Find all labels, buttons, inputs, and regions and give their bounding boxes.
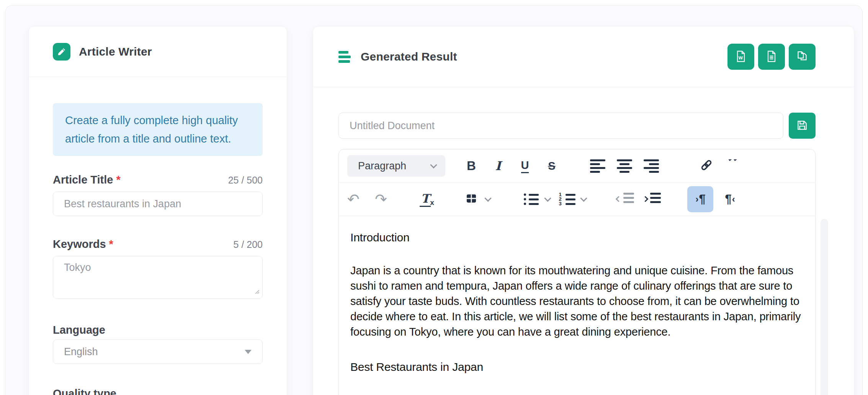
redo-icon: ↷ <box>375 192 387 207</box>
bold-button[interactable]: B <box>461 155 482 177</box>
numbered-list-button[interactable]: 1 2 3 <box>556 188 578 210</box>
blockquote-button[interactable]: ” <box>723 155 745 177</box>
table-icon <box>465 192 478 207</box>
undo-button[interactable]: ↶ <box>343 188 364 210</box>
clear-formatting-icon: Tx <box>420 192 434 207</box>
article-writer-panel: Article Writer Create a fully complete h… <box>28 26 287 395</box>
redo-button[interactable]: ↷ <box>370 188 392 210</box>
clear-formatting-button[interactable]: Tx <box>416 188 438 210</box>
copy-icon <box>795 49 809 64</box>
page-title: Article Writer <box>79 45 152 58</box>
align-right-button[interactable] <box>641 155 662 177</box>
required-asterisk: * <box>109 238 113 250</box>
align-left-button[interactable] <box>587 155 608 177</box>
chevron-down-icon <box>484 195 491 202</box>
align-right-icon <box>644 159 659 173</box>
content-paragraph: Japan is a country that is known for its… <box>350 263 804 339</box>
result-title: Generated Result <box>361 50 457 63</box>
link-icon <box>700 158 713 174</box>
keywords-textarea[interactable] <box>53 256 263 299</box>
bullet-list-button[interactable] <box>520 188 542 210</box>
generated-result-panel: Generated Result w <box>313 26 854 395</box>
toolbar-row-1: Paragraph B I U S ” <box>339 149 815 183</box>
generated-result-header: Generated Result w <box>313 26 854 87</box>
chevron-down-icon <box>544 195 551 202</box>
language-select[interactable]: English <box>53 339 263 364</box>
dropdown-arrow-icon <box>245 350 252 354</box>
insert-table-button[interactable] <box>461 188 482 210</box>
text-direction-ltr-button[interactable]: ›¶ <box>687 186 713 212</box>
article-title-label: Article Title* <box>53 174 121 186</box>
resize-handle-icon[interactable] <box>253 288 260 296</box>
save-icon <box>796 119 809 133</box>
save-document-button[interactable] <box>789 113 816 139</box>
word-file-icon: w <box>734 49 748 64</box>
italic-button[interactable]: I <box>487 155 509 177</box>
numbered-list-icon: 1 2 3 <box>559 193 575 205</box>
quality-type-label: Quality type <box>53 387 263 395</box>
text-direction-rtl-button[interactable]: ¶‹ <box>719 188 741 210</box>
quote-icon: ” <box>727 159 741 172</box>
align-center-button[interactable] <box>614 155 635 177</box>
result-lines-icon <box>338 51 351 63</box>
align-center-icon <box>617 159 632 173</box>
indent-button[interactable] <box>641 188 663 210</box>
description-banner: Create a fully complete high quality art… <box>53 103 263 156</box>
rich-text-editor: Paragraph B I U S ” ↶ ↷ Tx <box>338 149 816 395</box>
keywords-label: Keywords* <box>53 238 113 251</box>
document-title-input[interactable] <box>338 113 783 139</box>
outdent-icon <box>616 193 634 206</box>
keywords-counter: 5 / 200 <box>234 239 263 250</box>
bullet-list-icon <box>524 193 539 205</box>
content-scrollbar[interactable] <box>821 219 828 395</box>
language-selected-value: English <box>64 346 245 358</box>
pencil-icon <box>53 43 70 61</box>
export-text-button[interactable] <box>758 44 785 70</box>
paragraph-style-dropdown[interactable]: Paragraph <box>347 155 445 177</box>
ltr-icon: ›¶ <box>695 192 705 206</box>
outdent-button[interactable] <box>615 188 636 210</box>
rtl-icon: ¶‹ <box>725 192 735 206</box>
content-heading: Introduction <box>350 230 804 245</box>
article-title-counter: 25 / 500 <box>228 175 263 186</box>
underline-button[interactable]: U <box>514 155 536 177</box>
undo-icon: ↶ <box>347 192 360 207</box>
strikethrough-button[interactable]: S <box>541 155 562 177</box>
bullet-list-options-button[interactable] <box>542 188 553 210</box>
required-asterisk: * <box>116 174 120 186</box>
editor-content[interactable]: Introduction Japan is a country that is … <box>339 216 815 395</box>
link-button[interactable] <box>696 155 717 177</box>
table-options-button[interactable] <box>482 188 494 210</box>
article-title-input[interactable] <box>53 192 263 216</box>
chevron-down-icon <box>580 195 587 202</box>
language-label: Language <box>53 324 263 336</box>
numbered-list-options-button[interactable] <box>578 188 589 210</box>
toolbar-row-2: ↶ ↷ Tx 1 2 <box>339 183 815 216</box>
svg-text:w: w <box>738 54 743 61</box>
chevron-down-icon <box>430 161 437 168</box>
text-file-icon <box>765 49 778 64</box>
article-writer-header: Article Writer <box>29 26 287 77</box>
indent-icon <box>643 193 661 206</box>
export-word-button[interactable]: w <box>727 44 754 70</box>
copy-button[interactable] <box>789 44 816 70</box>
align-left-icon <box>590 159 605 173</box>
content-section-heading: Best Restaurants in Japan <box>350 359 804 375</box>
